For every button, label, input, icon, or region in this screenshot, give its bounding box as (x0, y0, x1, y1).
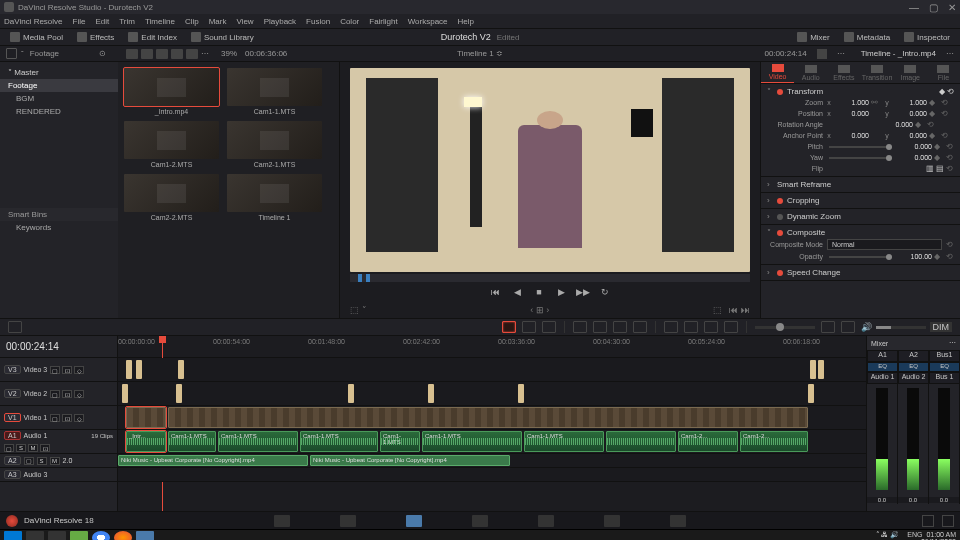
tree-item-bgm[interactable]: BGM (0, 92, 118, 105)
clip-main-video[interactable] (168, 407, 808, 428)
taskbar-resolve[interactable] (136, 531, 154, 540)
track-a3[interactable] (118, 468, 866, 482)
bin-dropdown-icon[interactable]: ˇ (21, 49, 24, 58)
track-header-v3[interactable]: V3Video 3▢⊡◇ (0, 358, 117, 382)
audio-clip[interactable]: Cam1-1.MTS (168, 431, 216, 452)
track-a2[interactable]: Niki Music - Upbeat Corporate [No Copyri… (118, 454, 866, 468)
inspector-tab-audio[interactable]: Audio (794, 62, 827, 83)
opacity-slider[interactable] (829, 256, 892, 258)
audio-clip[interactable]: Cam1-1.MTS (524, 431, 604, 452)
clip-intro[interactable] (126, 407, 166, 428)
menu-item[interactable]: Fusion (306, 17, 330, 26)
audio-clip[interactable] (606, 431, 676, 452)
menu-item[interactable]: Clip (185, 17, 199, 26)
search-icon[interactable] (171, 49, 183, 59)
page-fusion[interactable] (472, 515, 488, 527)
replace-tool[interactable] (633, 321, 647, 333)
filter-icon[interactable] (186, 49, 198, 59)
start-button[interactable] (4, 531, 22, 540)
flip-v-button[interactable]: ▤ (936, 164, 944, 173)
options-icon[interactable]: ⋯ (201, 49, 209, 59)
page-fairlight[interactable] (604, 515, 620, 527)
pos-y-value[interactable]: 0.000 (893, 110, 927, 117)
menu-item[interactable]: Timeline (145, 17, 175, 26)
loop-button[interactable]: ↻ (599, 286, 611, 298)
viewer-mode-icon[interactable] (817, 49, 827, 59)
track-header-a2[interactable]: A2▢SM2.0 (0, 454, 117, 468)
mixer-channel-a2[interactable]: 0.0 (898, 384, 929, 504)
effects-toggle[interactable]: Effects (73, 31, 118, 43)
menu-item[interactable]: Mark (209, 17, 227, 26)
audio-clip[interactable]: Cam1-1.MTS (300, 431, 378, 452)
zoom-y-value[interactable]: 1.000 (893, 99, 927, 106)
insert-tool[interactable] (593, 321, 607, 333)
flip-h-button[interactable]: ▥ (926, 164, 934, 173)
inspector-options-icon[interactable]: ⋯ (946, 49, 954, 58)
metadata-toggle[interactable]: Metadata (840, 31, 894, 43)
inspector-toggle[interactable]: Inspector (900, 31, 954, 43)
menu-item[interactable]: Fairlight (369, 17, 397, 26)
tree-keywords[interactable]: Keywords (0, 221, 118, 234)
link-selection-icon[interactable] (841, 321, 855, 333)
selection-tool[interactable] (502, 321, 516, 333)
flag-tool[interactable] (704, 321, 718, 333)
clip-intro-audio[interactable]: _Intr... (126, 431, 166, 452)
overwrite-tool[interactable] (613, 321, 627, 333)
prev-frame-button[interactable]: ◀ (511, 286, 523, 298)
clip-thumbnail[interactable]: _Intro.mp4 (124, 68, 219, 115)
mixer-channel-a1[interactable]: 0.0 (867, 384, 898, 504)
link-icon[interactable]: ⚯ (871, 98, 881, 107)
audio-clip[interactable]: Cam1-1.MTS (218, 431, 298, 452)
stop-button[interactable]: ■ (533, 286, 545, 298)
speaker-icon[interactable]: 🔊 (861, 322, 872, 332)
inspector-tab-effects[interactable]: Effects (827, 62, 860, 83)
taskbar-firefox[interactable] (114, 531, 132, 540)
keyframe-icon[interactable]: ◆ (929, 98, 939, 107)
timeline-selector[interactable]: Timeline 1 ≎ (457, 49, 503, 58)
menu-item[interactable]: Workspace (408, 17, 448, 26)
inspector-tab-transition[interactable]: Transition (861, 62, 894, 83)
audio-clip[interactable]: Cam1-2... (740, 431, 808, 452)
first-frame-button[interactable]: ⏮ (489, 286, 501, 298)
system-clock[interactable]: ˄ 🖧 🔊 ENG 01:00 AM06/11/2022 (876, 531, 956, 541)
track-v3[interactable] (118, 358, 866, 382)
tree-master[interactable]: ˅ Master (0, 66, 118, 79)
zoom-x-value[interactable]: 1.000 (835, 99, 869, 106)
mixer-toggle[interactable]: Mixer (793, 31, 834, 43)
track-v2[interactable] (118, 382, 866, 406)
menu-item[interactable]: Color (340, 17, 359, 26)
viewer-canvas[interactable] (350, 68, 750, 272)
music-clip[interactable]: Niki Music - Upbeat Corporate [No Copyri… (118, 455, 308, 466)
menu-item[interactable]: DaVinci Resolve (4, 17, 63, 26)
dim-slider[interactable] (876, 326, 926, 329)
bin-view-icon[interactable] (6, 48, 17, 59)
trim-tool[interactable] (522, 321, 536, 333)
timeline-timecode[interactable]: 00:00:24:14 (0, 336, 117, 358)
viewer-scrubber[interactable] (350, 274, 750, 282)
track-a1[interactable]: _Intr... Cam1-1.MTS Cam1-1.MTS Cam1-1.MT… (118, 430, 866, 454)
audio-clip[interactable]: Cam1-2... (678, 431, 738, 452)
taskbar-chrome[interactable] (92, 531, 110, 540)
mixer-channel-bus1[interactable]: 0.0 (929, 384, 960, 504)
dynamic-trim-tool[interactable] (542, 321, 556, 333)
tree-item-rendered[interactable]: RENDERED (0, 105, 118, 118)
timeline-view-options[interactable] (8, 321, 22, 333)
project-manager-icon[interactable] (922, 515, 934, 527)
match-frame-icon[interactable]: ⬚ ˅ (350, 305, 367, 315)
media-pool-toggle[interactable]: Media Pool (6, 31, 67, 43)
track-header-v1[interactable]: V1Video 1▢⊡◇ (0, 406, 117, 430)
music-clip[interactable]: Niki Music - Upbeat Corporate [No Copyri… (310, 455, 510, 466)
section-speed-change[interactable]: ›Speed Change (767, 267, 954, 278)
timeline-ruler[interactable]: 00:00:00:00 00:00:54:00 00:01:48:00 00:0… (118, 336, 866, 358)
minimize-button[interactable]: — (909, 2, 919, 13)
track-v1[interactable] (118, 406, 866, 430)
page-color[interactable] (538, 515, 554, 527)
reset-icon[interactable]: ⟲ (941, 98, 949, 107)
sound-library-toggle[interactable]: Sound Library (187, 31, 258, 43)
edit-index-toggle[interactable]: Edit Index (124, 31, 181, 43)
menu-item[interactable]: Edit (95, 17, 109, 26)
track-header-a1[interactable]: A1Audio 119 Clips▢SM⊡ (0, 430, 117, 454)
section-dynamic-zoom[interactable]: ›Dynamic Zoom (767, 211, 954, 222)
snap-icon[interactable] (821, 321, 835, 333)
clip-thumbnail[interactable]: Cam2-2.MTS (124, 174, 219, 221)
